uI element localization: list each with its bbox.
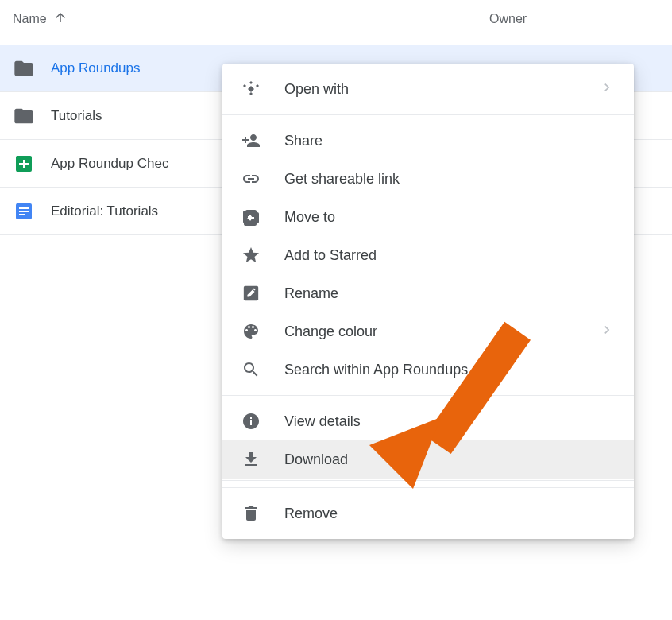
menu-share[interactable]: Share <box>222 122 634 160</box>
menu-label: Share <box>284 133 322 149</box>
menu-label: Open with <box>284 81 575 98</box>
owner-header-label: Owner <box>489 12 527 25</box>
menu-label: Move to <box>284 209 335 226</box>
menu-remove[interactable]: Remove <box>222 494 634 533</box>
star-icon <box>241 246 261 265</box>
menu-label: View details <box>284 413 361 430</box>
menu-search-within[interactable]: Search within App Roundups <box>222 351 634 389</box>
menu-divider <box>222 395 634 396</box>
menu-add-starred[interactable]: Add to Starred <box>222 236 634 274</box>
menu-label: Change colour <box>284 324 575 340</box>
menu-label: Get shareable link <box>284 171 400 188</box>
menu-download[interactable]: Download <box>222 440 634 479</box>
trash-icon <box>241 504 261 523</box>
open-with-icon <box>241 79 261 99</box>
column-header-row: Name Owner <box>0 0 672 38</box>
chevron-right-icon <box>599 322 615 342</box>
svg-rect-4 <box>19 214 25 215</box>
menu-label: Search within App Roundups <box>284 362 468 378</box>
folder-icon <box>13 105 35 127</box>
name-header-label: Name <box>13 12 47 26</box>
rename-icon <box>241 284 261 303</box>
info-icon <box>241 412 261 431</box>
file-name: Editorial: Tutorials <box>51 203 158 219</box>
column-header-name[interactable]: Name <box>13 10 489 28</box>
column-header-owner[interactable]: Owner <box>489 12 527 26</box>
file-name: App Roundups <box>51 60 140 76</box>
menu-change-colour[interactable]: Change colour <box>222 312 634 351</box>
menu-label: Rename <box>284 285 338 302</box>
svg-rect-2 <box>19 207 29 209</box>
folder-move-icon <box>241 207 261 227</box>
menu-open-with[interactable]: Open with <box>222 70 634 108</box>
menu-label: Remove <box>284 506 338 522</box>
sheets-icon <box>13 153 35 175</box>
menu-get-link[interactable]: Get shareable link <box>222 160 634 198</box>
menu-rename[interactable]: Rename <box>222 274 634 312</box>
menu-label: Add to Starred <box>284 247 377 264</box>
file-name: Tutorials <box>51 108 102 124</box>
download-icon <box>241 450 261 469</box>
link-icon <box>241 169 261 188</box>
svg-rect-3 <box>19 211 29 212</box>
menu-view-details[interactable]: View details <box>222 402 634 440</box>
file-name: App Roundup Chec <box>51 156 168 172</box>
docs-icon <box>13 200 35 223</box>
palette-icon <box>241 322 261 341</box>
menu-divider <box>222 480 634 481</box>
menu-label: Download <box>284 451 348 468</box>
sort-ascending-icon <box>53 10 68 28</box>
chevron-right-icon <box>599 79 615 99</box>
menu-divider <box>222 487 634 488</box>
search-icon <box>241 360 261 379</box>
person-add-icon <box>241 131 261 150</box>
menu-divider <box>222 114 634 115</box>
menu-move-to[interactable]: Move to <box>222 198 634 236</box>
context-menu: Open with Share Get shareable link Move … <box>222 64 634 539</box>
folder-icon <box>13 57 35 79</box>
